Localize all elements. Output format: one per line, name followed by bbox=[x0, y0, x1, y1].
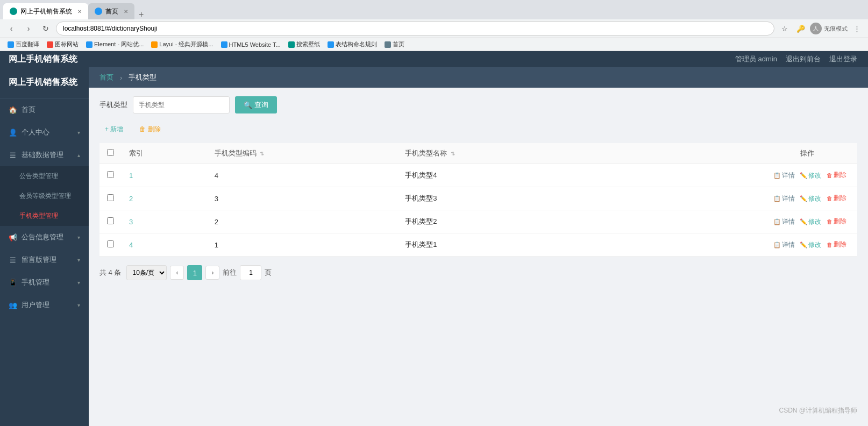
detail-button-0[interactable]: 📋 详情 bbox=[773, 171, 795, 180]
breadcrumb-home[interactable]: 首页 bbox=[99, 73, 113, 82]
edit-button-1[interactable]: ✏️ 修改 bbox=[800, 194, 821, 203]
row-check-0[interactable] bbox=[107, 171, 114, 178]
add-button[interactable]: + 新增 bbox=[99, 122, 129, 137]
bookmark-icons[interactable]: 图标网站 bbox=[44, 39, 82, 49]
sidebar-subitem-ad-type[interactable]: 公告类型管理 bbox=[0, 166, 89, 186]
delete-button-2[interactable]: 🗑 删除 bbox=[827, 217, 846, 226]
sidebar-item-data-mgmt[interactable]: ☰ 基础数据管理 ▴ bbox=[0, 144, 89, 166]
edit-icon-0: ✏️ bbox=[800, 172, 807, 179]
bookmark-translate[interactable]: 百度翻译 bbox=[4, 39, 42, 49]
main-content: 首页 › 手机类型 手机类型 🔍 查询 + 新增 bbox=[89, 67, 868, 426]
detail-icon-3: 📋 bbox=[773, 242, 781, 248]
edit-label-2: 修改 bbox=[808, 217, 821, 226]
sidebar-item-profile[interactable]: 👤 个人中心 ▾ bbox=[0, 121, 89, 144]
delete-icon-1: 🗑 bbox=[827, 195, 833, 202]
bookmark-layui[interactable]: Layui - 经典开源模... bbox=[148, 39, 216, 49]
table-header-code: 手机类型编码 ⇅ bbox=[207, 143, 397, 164]
edit-button-0[interactable]: ✏️ 修改 bbox=[800, 171, 821, 180]
row-index-0: 1 bbox=[122, 164, 207, 187]
prev-page-button[interactable]: ‹ bbox=[170, 266, 184, 280]
tab-close-1[interactable]: ✕ bbox=[77, 9, 82, 15]
search-input[interactable] bbox=[133, 96, 230, 113]
row-check-2[interactable] bbox=[107, 217, 114, 224]
delete-button-0[interactable]: 🗑 删除 bbox=[827, 171, 846, 180]
bookmark-table-naming[interactable]: 表结构命名规则 bbox=[324, 39, 380, 49]
table-row: 1 4 手机类型4 📋 详情 ✏️ 修改 🗑 删除 bbox=[99, 164, 857, 187]
sidebar-item-user-label: 用户管理 bbox=[22, 300, 49, 310]
browser-toolbar: ‹ › ↻ ☆ 🔑 人 无痕模式 ⋮ bbox=[0, 19, 868, 38]
logout-button[interactable]: 退出登录 bbox=[829, 54, 857, 64]
bookmark-label-layui: Layui - 经典开源模... bbox=[159, 40, 213, 48]
refresh-button[interactable]: ↻ bbox=[39, 22, 53, 36]
row-ops-3: 📋 详情 ✏️ 修改 🗑 删除 bbox=[588, 233, 857, 257]
row-ops-1: 📋 详情 ✏️ 修改 🗑 删除 bbox=[588, 187, 857, 210]
sidebar-item-user[interactable]: 👥 用户管理 ▾ bbox=[0, 294, 89, 316]
edit-button-3[interactable]: ✏️ 修改 bbox=[800, 240, 821, 250]
tab-close-2[interactable]: ✕ bbox=[124, 9, 128, 15]
sidebar-item-home[interactable]: 🏠 首页 bbox=[0, 98, 89, 121]
bookmark-wallpaper[interactable]: 搜索壁纸 bbox=[285, 39, 323, 49]
bookmark-icon-table-naming bbox=[328, 41, 334, 48]
delete-button-1[interactable]: 🗑 删除 bbox=[827, 194, 846, 203]
bulk-delete-button[interactable]: 🗑 删除 bbox=[134, 122, 166, 137]
new-tab-button[interactable]: + bbox=[134, 10, 148, 19]
breadcrumb-separator: › bbox=[120, 74, 122, 82]
detail-button-2[interactable]: 📋 详情 bbox=[773, 217, 795, 226]
bookmark-label-icons: 图标网站 bbox=[55, 40, 79, 48]
browser-tab-active[interactable]: 网上手机销售系统 ✕ bbox=[3, 3, 88, 19]
bookmark-label-html5: HTML5 Website T... bbox=[229, 41, 281, 48]
detail-button-3[interactable]: 📋 详情 bbox=[773, 240, 795, 250]
code-sort-icon: ⇅ bbox=[260, 151, 264, 157]
bookmark-home[interactable]: 首页 bbox=[381, 39, 408, 49]
row-code-2: 2 bbox=[207, 210, 397, 233]
forward-button[interactable]: › bbox=[22, 22, 35, 36]
bookmark-html5[interactable]: HTML5 Website T... bbox=[218, 40, 284, 49]
delete-icon-3: 🗑 bbox=[827, 242, 833, 248]
star-button[interactable]: ☆ bbox=[778, 22, 792, 36]
sidebar-subitem-phone-type[interactable]: 手机类型管理 bbox=[0, 206, 89, 226]
sidebar-subitem-phone-label: 手机类型管理 bbox=[19, 212, 58, 219]
row-name-3: 手机类型1 bbox=[397, 233, 588, 257]
search-bar: 手机类型 🔍 查询 bbox=[99, 96, 857, 113]
sidebar-item-board[interactable]: ☰ 留言版管理 ▾ bbox=[0, 248, 89, 271]
next-page-button[interactable]: › bbox=[205, 266, 219, 280]
detail-button-1[interactable]: 📋 详情 bbox=[773, 194, 795, 203]
bookmark-icon-layui bbox=[151, 41, 158, 48]
name-sort-icon: ⇅ bbox=[451, 151, 455, 157]
delete-label-2: 删除 bbox=[834, 217, 846, 226]
user-info: 人 无痕模式 bbox=[810, 23, 848, 34]
goto-page-input[interactable] bbox=[240, 265, 261, 280]
goto-label: 前往 bbox=[223, 268, 237, 278]
page-size-select[interactable]: 10条/页 20条/页 50条/页 bbox=[126, 265, 167, 280]
tab-label-1: 网上手机销售系统 bbox=[20, 7, 72, 16]
detail-icon-1: 📋 bbox=[773, 195, 781, 202]
menu-button[interactable]: ⋮ bbox=[850, 22, 864, 36]
breadcrumb-current: 手机类型 bbox=[129, 73, 156, 82]
row-check-3[interactable] bbox=[107, 240, 114, 247]
sidebar-subitem-member-level[interactable]: 会员等级类型管理 bbox=[0, 186, 89, 206]
sidebar-item-board-content: ☰ 留言版管理 bbox=[9, 255, 56, 265]
row-check-1[interactable] bbox=[107, 194, 114, 201]
detail-label-3: 详情 bbox=[782, 240, 795, 250]
edit-button-2[interactable]: ✏️ 修改 bbox=[800, 217, 821, 226]
page-num-1[interactable]: 1 bbox=[187, 265, 202, 280]
key-button[interactable]: 🔑 bbox=[794, 22, 808, 36]
sidebar-item-phone[interactable]: 📱 手机管理 ▾ bbox=[0, 271, 89, 294]
address-bar[interactable] bbox=[56, 22, 774, 36]
row-checkbox-3 bbox=[99, 233, 122, 257]
bookmark-icon-element bbox=[86, 41, 93, 48]
sidebar-item-notice[interactable]: 📢 公告信息管理 ▾ bbox=[0, 226, 89, 248]
search-button[interactable]: 🔍 查询 bbox=[235, 96, 277, 113]
home-icon: 🏠 bbox=[9, 105, 17, 114]
sidebar-item-profile-content: 👤 个人中心 bbox=[9, 127, 49, 137]
detail-label-1: 详情 bbox=[782, 194, 795, 203]
goto-front-button[interactable]: 退出到前台 bbox=[786, 54, 821, 64]
edit-label-3: 修改 bbox=[808, 240, 821, 250]
select-all-checkbox[interactable] bbox=[107, 149, 114, 156]
browser-tab-2[interactable]: 首页 ✕ bbox=[88, 3, 134, 19]
delete-button-3[interactable]: 🗑 删除 bbox=[827, 240, 846, 249]
detail-label-0: 详情 bbox=[782, 171, 795, 180]
back-button[interactable]: ‹ bbox=[4, 22, 18, 36]
edit-icon-2: ✏️ bbox=[800, 218, 807, 225]
bookmark-element[interactable]: Element - 网站优... bbox=[83, 39, 147, 49]
